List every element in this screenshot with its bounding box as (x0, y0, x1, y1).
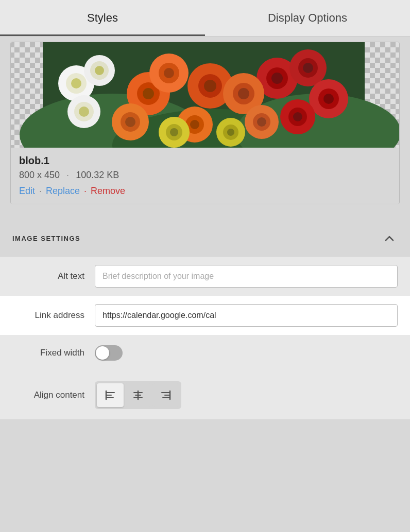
action-sep-2: · (84, 186, 87, 197)
tab-styles[interactable]: Styles (0, 0, 205, 36)
svg-point-44 (303, 63, 313, 73)
align-content-label: Align content (12, 390, 95, 400)
edit-link[interactable]: Edit (19, 186, 35, 197)
section-title: IMAGE SETTINGS (12, 235, 80, 242)
fixed-width-container: Fixed width (0, 335, 410, 371)
image-container (11, 42, 399, 148)
replace-link[interactable]: Replace (46, 186, 80, 197)
link-address-field: Link address (0, 296, 410, 335)
svg-point-32 (190, 120, 199, 129)
tab-bar: Styles Display Options (0, 0, 410, 37)
link-address-input[interactable] (95, 304, 398, 327)
svg-point-11 (71, 78, 81, 88)
image-card: blob.1 800 x 450 · 100.32 KB Edit · Repl… (10, 42, 400, 204)
alt-text-label: Alt text (12, 271, 95, 281)
fixed-width-label: Fixed width (12, 348, 95, 358)
flower-image (11, 42, 399, 148)
svg-point-29 (204, 80, 216, 92)
alt-text-field: Alt text (0, 257, 410, 296)
meta-separator: · (66, 170, 69, 180)
align-left-button[interactable] (97, 383, 124, 407)
image-actions: Edit · Replace · Remove (19, 186, 391, 197)
remove-link[interactable]: Remove (91, 186, 125, 197)
svg-point-20 (143, 88, 154, 99)
align-center-icon (132, 389, 144, 401)
toggle-thumb (96, 346, 109, 360)
svg-point-38 (227, 129, 234, 136)
fixed-width-toggle[interactable] (95, 345, 123, 361)
image-info: blob.1 800 x 450 · 100.32 KB Edit · Repl… (11, 148, 399, 204)
svg-point-50 (293, 112, 302, 121)
svg-point-41 (271, 73, 283, 84)
svg-point-14 (95, 66, 104, 75)
image-dimensions: 800 x 450 (19, 170, 60, 180)
align-left-icon (105, 389, 116, 401)
align-right-icon (160, 389, 172, 401)
action-sep-1: · (39, 186, 42, 197)
toggle-track (95, 345, 123, 361)
align-buttons-group (95, 381, 181, 409)
svg-point-53 (238, 88, 249, 99)
link-address-label: Link address (12, 310, 95, 321)
svg-point-47 (323, 94, 334, 104)
image-meta: 800 x 450 · 100.32 KB (19, 170, 391, 181)
svg-point-23 (164, 68, 174, 78)
image-name: blob.1 (19, 155, 391, 167)
collapse-icon[interactable] (381, 230, 398, 246)
tab-display-options[interactable]: Display Options (205, 0, 410, 36)
align-center-button[interactable] (125, 383, 151, 407)
svg-point-35 (170, 128, 178, 136)
image-settings-section: IMAGE SETTINGS Alt text Link address Fix… (0, 220, 410, 419)
image-preview-section: blob.1 800 x 450 · 100.32 KB Edit · Repl… (0, 37, 410, 215)
svg-point-17 (79, 107, 89, 117)
alt-text-input[interactable] (95, 265, 398, 288)
image-size: 100.32 KB (76, 170, 119, 180)
svg-point-56 (257, 117, 266, 127)
svg-point-26 (125, 117, 135, 127)
align-right-button[interactable] (152, 383, 179, 407)
align-content-container: Align content (0, 371, 410, 419)
section-header: IMAGE SETTINGS (0, 220, 410, 257)
